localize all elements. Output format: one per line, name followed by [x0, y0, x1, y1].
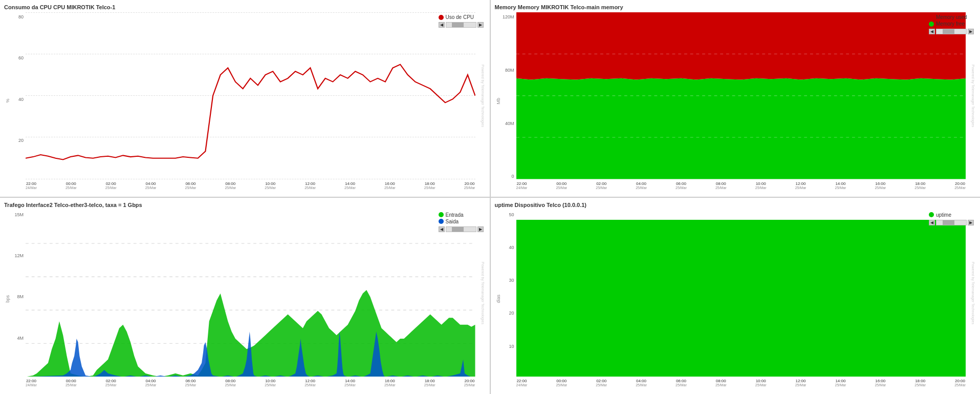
- memory-scroll-left[interactable]: ◀: [929, 29, 935, 34]
- cpu-chart-svg: [26, 12, 475, 179]
- memory-used-dot: [929, 15, 934, 20]
- memory-free-dot: [929, 22, 934, 27]
- uptime-scrollbar-thumb[interactable]: [943, 220, 954, 225]
- traffic-legend: Entrada Saida ◀ ▶: [439, 212, 484, 232]
- traffic-y-label: bps: [4, 210, 11, 387]
- memory-powered-by: Powered by Telemanager Technologies: [971, 65, 975, 127]
- memory-chart-svg: [516, 12, 966, 179]
- memory-chart-area: [516, 12, 966, 179]
- memory-scrollbar-thumb[interactable]: [943, 29, 954, 34]
- traffic-scroll-left[interactable]: ◀: [439, 226, 445, 232]
- uptime-powered-by: Powered by Telemanager Technologies: [971, 262, 975, 324]
- traffic-scrollbar-thumb[interactable]: [452, 227, 464, 232]
- memory-y-label: Mb: [495, 12, 502, 190]
- entrada-dot: [439, 212, 444, 217]
- memory-legend: Memory used Memory free ◀ ▶: [929, 14, 974, 34]
- memory-panel: Memory Memory MIKROTIK Telco-main memory…: [491, 0, 981, 197]
- uptime-y-axis: 50 40 30 20 10: [502, 210, 516, 387]
- cpu-legend-dot: [439, 15, 444, 20]
- cpu-scroll-left[interactable]: ◀: [439, 22, 445, 28]
- traffic-chart-area: [26, 210, 475, 377]
- cpu-y-axis: 80 60 40 20: [11, 12, 26, 190]
- cpu-powered-by: Powered by Telemanager Technologies: [481, 65, 485, 127]
- cpu-scrollbar-thumb[interactable]: [452, 23, 464, 27]
- svg-marker-0: [516, 78, 966, 179]
- cpu-legend-label: Uso de CPU: [446, 14, 474, 20]
- cpu-chart-area: [26, 12, 475, 179]
- uptime-scroll-right[interactable]: ▶: [968, 220, 974, 225]
- memory-free-label: Memory free: [936, 21, 965, 27]
- cpu-legend: Uso de CPU ◀ ▶: [439, 14, 484, 28]
- uptime-chart-area: [516, 210, 966, 377]
- memory-panel-title: Memory Memory MIKROTIK Telco-main memory: [495, 4, 976, 10]
- svg-marker-1: [516, 12, 966, 80]
- uptime-scrollbar-track[interactable]: [936, 220, 967, 225]
- traffic-scrollbar[interactable]: ◀ ▶: [439, 226, 484, 232]
- traffic-scrollbar-track[interactable]: [446, 226, 476, 232]
- uptime-y-label: dias: [495, 210, 502, 387]
- memory-scrollbar[interactable]: ◀ ▶: [929, 29, 974, 34]
- uptime-chart-svg: [516, 210, 966, 377]
- svg-marker-15: [516, 219, 966, 377]
- memory-y-axis: 120M 80M 40M 0: [502, 12, 516, 190]
- memory-scrollbar-track[interactable]: [936, 29, 967, 34]
- uptime-scroll-left[interactable]: ◀: [929, 220, 935, 225]
- dashboard: Consumo da CPU CPU MIKROTIK Telco-1 % 80…: [0, 0, 980, 394]
- cpu-y-label: %: [4, 12, 11, 190]
- traffic-scroll-right[interactable]: ▶: [477, 226, 484, 232]
- traffic-powered-by: Powered by Telemanager Technologies: [481, 262, 485, 324]
- uptime-panel: uptime Dispositivo Telco (10.0.0.1) dias…: [491, 198, 981, 395]
- cpu-scrollbar[interactable]: ◀ ▶: [439, 22, 484, 28]
- entrada-label: Entrada: [446, 212, 464, 218]
- memory-scroll-right[interactable]: ▶: [968, 29, 974, 34]
- cpu-scrollbar-track[interactable]: [446, 22, 476, 28]
- cpu-x-axis: 22:0024/Mar 00:0025/Mar 02:0025/Mar 04:0…: [26, 181, 475, 190]
- uptime-x-axis: 22:0024/Mar 00:0025/Mar 02:0025/Mar 04:0…: [516, 379, 966, 387]
- saida-label: Saida: [446, 219, 459, 224]
- traffic-chart-svg: [26, 210, 475, 377]
- cpu-panel: Consumo da CPU CPU MIKROTIK Telco-1 % 80…: [0, 0, 490, 197]
- uptime-label: uptime: [936, 212, 951, 218]
- traffic-y-axis: 15M 12M 8M 4M: [11, 210, 26, 387]
- uptime-panel-title: uptime Dispositivo Telco (10.0.0.1): [495, 202, 976, 208]
- memory-used-label: Memory used: [936, 14, 967, 20]
- saida-dot: [439, 219, 444, 224]
- uptime-legend: uptime ◀ ▶: [929, 212, 974, 225]
- memory-x-axis: 22:0024/Mar 00:0025/Mar 02:0025/Mar 04:0…: [516, 181, 966, 190]
- uptime-dot: [929, 212, 934, 217]
- cpu-panel-title: Consumo da CPU CPU MIKROTIK Telco-1: [4, 4, 486, 10]
- uptime-scrollbar[interactable]: ◀ ▶: [929, 220, 974, 225]
- traffic-panel-title: Trafego Interface2 Telco-ether3-telco, t…: [4, 202, 486, 208]
- traffic-x-axis: 22:0024/Mar 00:0025/Mar 02:0025/Mar 04:0…: [26, 379, 475, 387]
- cpu-scroll-right[interactable]: ▶: [477, 22, 484, 28]
- traffic-panel: Trafego Interface2 Telco-ether3-telco, t…: [0, 198, 490, 395]
